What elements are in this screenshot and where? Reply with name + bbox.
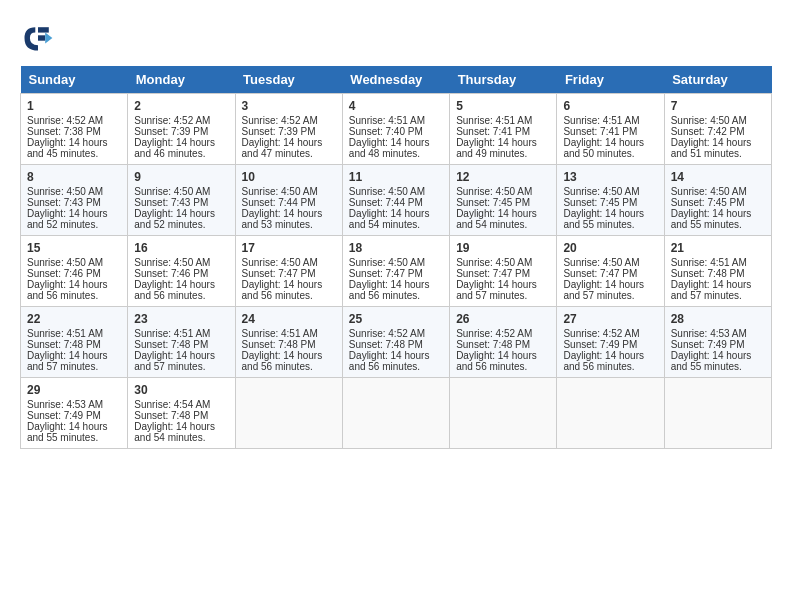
day-number: 24 [242, 312, 336, 326]
calendar-header: SundayMondayTuesdayWednesdayThursdayFrid… [21, 66, 772, 94]
daylight-text: Daylight: 14 hours and 56 minutes. [563, 350, 644, 372]
sunset-text: Sunset: 7:49 PM [27, 410, 101, 421]
day-number: 1 [27, 99, 121, 113]
calendar-cell: 16 Sunrise: 4:50 AM Sunset: 7:46 PM Dayl… [128, 236, 235, 307]
sunrise-text: Sunrise: 4:50 AM [134, 186, 210, 197]
logo [20, 20, 60, 56]
calendar-week-row: 8 Sunrise: 4:50 AM Sunset: 7:43 PM Dayli… [21, 165, 772, 236]
calendar-cell: 28 Sunrise: 4:53 AM Sunset: 7:49 PM Dayl… [664, 307, 771, 378]
sunset-text: Sunset: 7:38 PM [27, 126, 101, 137]
calendar-cell: 11 Sunrise: 4:50 AM Sunset: 7:44 PM Dayl… [342, 165, 449, 236]
day-number: 7 [671, 99, 765, 113]
sunset-text: Sunset: 7:48 PM [134, 339, 208, 350]
calendar-cell: 7 Sunrise: 4:50 AM Sunset: 7:42 PM Dayli… [664, 94, 771, 165]
sunset-text: Sunset: 7:49 PM [563, 339, 637, 350]
sunset-text: Sunset: 7:47 PM [456, 268, 530, 279]
calendar-cell: 8 Sunrise: 4:50 AM Sunset: 7:43 PM Dayli… [21, 165, 128, 236]
sunset-text: Sunset: 7:49 PM [671, 339, 745, 350]
daylight-text: Daylight: 14 hours and 56 minutes. [27, 279, 108, 301]
calendar-table: SundayMondayTuesdayWednesdayThursdayFrid… [20, 66, 772, 449]
daylight-text: Daylight: 14 hours and 55 minutes. [671, 350, 752, 372]
daylight-text: Daylight: 14 hours and 55 minutes. [671, 208, 752, 230]
sunset-text: Sunset: 7:48 PM [27, 339, 101, 350]
calendar-cell: 25 Sunrise: 4:52 AM Sunset: 7:48 PM Dayl… [342, 307, 449, 378]
header-cell-wednesday: Wednesday [342, 66, 449, 94]
sunrise-text: Sunrise: 4:50 AM [563, 186, 639, 197]
day-number: 5 [456, 99, 550, 113]
sunset-text: Sunset: 7:48 PM [671, 268, 745, 279]
daylight-text: Daylight: 14 hours and 54 minutes. [349, 208, 430, 230]
calendar-cell: 3 Sunrise: 4:52 AM Sunset: 7:39 PM Dayli… [235, 94, 342, 165]
calendar-cell [557, 378, 664, 449]
day-number: 13 [563, 170, 657, 184]
calendar-cell: 10 Sunrise: 4:50 AM Sunset: 7:44 PM Dayl… [235, 165, 342, 236]
day-number: 20 [563, 241, 657, 255]
daylight-text: Daylight: 14 hours and 57 minutes. [27, 350, 108, 372]
day-number: 26 [456, 312, 550, 326]
sunrise-text: Sunrise: 4:51 AM [563, 115, 639, 126]
sunrise-text: Sunrise: 4:51 AM [242, 328, 318, 339]
daylight-text: Daylight: 14 hours and 57 minutes. [671, 279, 752, 301]
day-number: 14 [671, 170, 765, 184]
calendar-cell: 4 Sunrise: 4:51 AM Sunset: 7:40 PM Dayli… [342, 94, 449, 165]
sunrise-text: Sunrise: 4:52 AM [456, 328, 532, 339]
sunrise-text: Sunrise: 4:51 AM [134, 328, 210, 339]
calendar-cell: 6 Sunrise: 4:51 AM Sunset: 7:41 PM Dayli… [557, 94, 664, 165]
sunrise-text: Sunrise: 4:52 AM [27, 115, 103, 126]
calendar-cell [450, 378, 557, 449]
daylight-text: Daylight: 14 hours and 57 minutes. [563, 279, 644, 301]
daylight-text: Daylight: 14 hours and 49 minutes. [456, 137, 537, 159]
calendar-cell: 21 Sunrise: 4:51 AM Sunset: 7:48 PM Dayl… [664, 236, 771, 307]
calendar-cell: 24 Sunrise: 4:51 AM Sunset: 7:48 PM Dayl… [235, 307, 342, 378]
calendar-cell: 27 Sunrise: 4:52 AM Sunset: 7:49 PM Dayl… [557, 307, 664, 378]
daylight-text: Daylight: 14 hours and 52 minutes. [134, 208, 215, 230]
header-cell-monday: Monday [128, 66, 235, 94]
calendar-cell: 5 Sunrise: 4:51 AM Sunset: 7:41 PM Dayli… [450, 94, 557, 165]
sunrise-text: Sunrise: 4:50 AM [563, 257, 639, 268]
calendar-cell: 30 Sunrise: 4:54 AM Sunset: 7:48 PM Dayl… [128, 378, 235, 449]
day-number: 30 [134, 383, 228, 397]
daylight-text: Daylight: 14 hours and 53 minutes. [242, 208, 323, 230]
sunrise-text: Sunrise: 4:53 AM [671, 328, 747, 339]
sunset-text: Sunset: 7:44 PM [242, 197, 316, 208]
daylight-text: Daylight: 14 hours and 56 minutes. [242, 350, 323, 372]
day-number: 28 [671, 312, 765, 326]
sunset-text: Sunset: 7:40 PM [349, 126, 423, 137]
calendar-week-row: 15 Sunrise: 4:50 AM Sunset: 7:46 PM Dayl… [21, 236, 772, 307]
sunset-text: Sunset: 7:41 PM [563, 126, 637, 137]
sunrise-text: Sunrise: 4:52 AM [134, 115, 210, 126]
sunrise-text: Sunrise: 4:53 AM [27, 399, 103, 410]
calendar-cell [342, 378, 449, 449]
sunrise-text: Sunrise: 4:51 AM [456, 115, 532, 126]
daylight-text: Daylight: 14 hours and 51 minutes. [671, 137, 752, 159]
sunset-text: Sunset: 7:41 PM [456, 126, 530, 137]
calendar-cell: 2 Sunrise: 4:52 AM Sunset: 7:39 PM Dayli… [128, 94, 235, 165]
day-number: 27 [563, 312, 657, 326]
day-number: 10 [242, 170, 336, 184]
calendar-cell: 22 Sunrise: 4:51 AM Sunset: 7:48 PM Dayl… [21, 307, 128, 378]
sunrise-text: Sunrise: 4:51 AM [27, 328, 103, 339]
sunrise-text: Sunrise: 4:50 AM [27, 257, 103, 268]
daylight-text: Daylight: 14 hours and 54 minutes. [134, 421, 215, 443]
day-number: 15 [27, 241, 121, 255]
daylight-text: Daylight: 14 hours and 56 minutes. [242, 279, 323, 301]
sunset-text: Sunset: 7:45 PM [671, 197, 745, 208]
sunset-text: Sunset: 7:48 PM [456, 339, 530, 350]
daylight-text: Daylight: 14 hours and 57 minutes. [134, 350, 215, 372]
calendar-cell [235, 378, 342, 449]
day-number: 8 [27, 170, 121, 184]
sunset-text: Sunset: 7:48 PM [134, 410, 208, 421]
calendar-cell [664, 378, 771, 449]
day-number: 3 [242, 99, 336, 113]
calendar-cell: 13 Sunrise: 4:50 AM Sunset: 7:45 PM Dayl… [557, 165, 664, 236]
daylight-text: Daylight: 14 hours and 52 minutes. [27, 208, 108, 230]
logo-icon [20, 20, 56, 56]
daylight-text: Daylight: 14 hours and 46 minutes. [134, 137, 215, 159]
calendar-week-row: 29 Sunrise: 4:53 AM Sunset: 7:49 PM Dayl… [21, 378, 772, 449]
sunrise-text: Sunrise: 4:50 AM [671, 115, 747, 126]
sunset-text: Sunset: 7:46 PM [134, 268, 208, 279]
calendar-cell: 1 Sunrise: 4:52 AM Sunset: 7:38 PM Dayli… [21, 94, 128, 165]
daylight-text: Daylight: 14 hours and 55 minutes. [27, 421, 108, 443]
daylight-text: Daylight: 14 hours and 54 minutes. [456, 208, 537, 230]
calendar-cell: 12 Sunrise: 4:50 AM Sunset: 7:45 PM Dayl… [450, 165, 557, 236]
